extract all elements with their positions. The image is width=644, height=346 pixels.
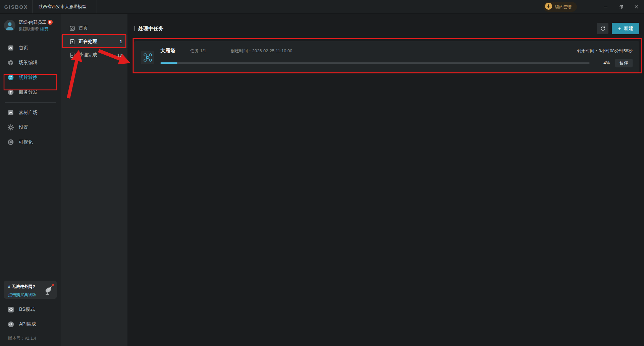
sidebar-item-label: 设置	[19, 124, 28, 130]
sidebar-item-slice-convert[interactable]: 切片转换	[0, 70, 61, 85]
scene-edit-icon	[7, 59, 14, 66]
task-created-time: 创建时间：2026-02-25 11:10:00	[230, 48, 292, 54]
sidebar-item-api-integration[interactable]: API集成	[0, 317, 61, 332]
lightning-icon	[545, 3, 552, 11]
minimize-icon	[603, 5, 608, 9]
sidebar-item-bs-mode[interactable]: BS模式	[0, 302, 61, 317]
refresh-icon	[600, 26, 606, 32]
new-task-label: 新建	[624, 25, 633, 32]
slice-convert-icon	[7, 74, 14, 81]
progress-percent: 4%	[598, 60, 610, 65]
version-label: 版本号：v2.1.4	[0, 332, 61, 343]
home-outline-icon	[69, 25, 75, 31]
sidebar-item-label: 切片转换	[19, 74, 38, 80]
sidebar-item-label: API集成	[19, 321, 36, 327]
subnav-item-home[interactable]: 首页	[61, 21, 127, 35]
task-progress-count: 任务 1/1	[190, 48, 206, 54]
sidebar-item-label: BS模式	[19, 306, 35, 312]
renew-fee-link[interactable]: 续费	[40, 26, 48, 31]
window-minimize-button[interactable]	[598, 0, 613, 14]
sidebar-item-label: 素材广场	[19, 110, 38, 116]
subnav-item-processing[interactable]: 正在处理 1	[61, 35, 127, 48]
renew-package-label: 续约套餐	[555, 4, 572, 10]
progress-fill	[160, 62, 177, 64]
page-title: 处理中任务	[134, 25, 163, 32]
task-name: 大雁塔	[160, 48, 175, 54]
pause-label: 暂停	[620, 60, 628, 66]
sidebar-item-scene-edit[interactable]: 场景编辑	[0, 55, 61, 70]
subnav-item-label: 首页	[78, 25, 88, 31]
api-icon	[7, 321, 14, 328]
settings-gear-icon	[7, 124, 14, 131]
main-content: 处理中任务 + 新建 大雁塔 任务 1/1 创建时间：2026-	[127, 14, 644, 346]
offline-banner[interactable]: # 无法连外网? 点击购买离线版	[4, 281, 57, 299]
subnav-item-label: 处理完成	[78, 52, 97, 58]
app-logo-text: GISBOX	[4, 4, 28, 10]
sidebar-item-label: 服务分发	[19, 89, 38, 95]
progress-bar	[160, 62, 590, 64]
satellite-dish-icon	[42, 283, 55, 297]
sidebar-item-material-market[interactable]: 素材广场	[0, 105, 61, 120]
visualization-icon	[7, 139, 14, 146]
drone-icon	[141, 51, 154, 64]
window-restore-button[interactable]	[613, 0, 629, 14]
plus-icon: +	[618, 26, 621, 32]
user-block[interactable]: 沉烟-内部员工 集团版套餐续费	[0, 14, 61, 35]
sidebar-item-visualization[interactable]: 可视化	[0, 135, 61, 150]
document-tab-label: 陕西省西安市大雁塔模型	[39, 4, 87, 10]
window-close-button[interactable]	[629, 0, 644, 14]
main-sidebar: 沉烟-内部员工 集团版套餐续费 首页 场景编辑	[0, 14, 61, 346]
sidebar-divider	[5, 102, 56, 103]
restore-icon	[619, 5, 623, 9]
app-logo: GISBOX	[0, 0, 33, 13]
close-icon	[634, 5, 639, 9]
subnav-item-label: 正在处理	[78, 39, 97, 45]
sidebar-item-label: 可视化	[19, 139, 33, 145]
subnav-item-count: 1	[120, 39, 122, 44]
task-card: 大雁塔 任务 1/1 创建时间：2026-02-25 11:10:00 剩余时间…	[134, 41, 639, 73]
user-plan: 集团版套餐	[19, 26, 39, 31]
task-remaining-time: 剩余时间：0小时08分钟58秒	[577, 48, 633, 54]
code-icon	[7, 306, 14, 313]
new-task-button[interactable]: + 新建	[612, 23, 639, 34]
material-market-icon	[7, 109, 14, 116]
sidebar-item-settings[interactable]: 设置	[0, 120, 61, 135]
pause-button[interactable]: 暂停	[615, 59, 633, 67]
renew-package-button[interactable]: 续约套餐	[543, 2, 577, 12]
title-bar-mark	[134, 26, 135, 31]
subnav-item-count: 18	[117, 53, 122, 58]
sidebar-item-label: 首页	[19, 45, 28, 51]
doc-processing-icon	[69, 39, 75, 45]
subnav-item-completed[interactable]: 处理完成 18	[61, 48, 127, 62]
home-icon	[7, 45, 14, 51]
sidebar-item-label: 场景编辑	[19, 60, 38, 66]
document-tab[interactable]: 陕西省西安市大雁塔模型	[33, 0, 97, 13]
flag-badge-icon	[48, 20, 53, 25]
service-distribute-icon	[7, 89, 14, 96]
sidebar-item-home[interactable]: 首页	[0, 41, 61, 55]
doc-done-icon	[69, 52, 75, 58]
title-bar: GISBOX 陕西省西安市大雁塔模型 续约套餐	[0, 0, 644, 14]
avatar	[4, 20, 15, 31]
task-subnav: 首页 正在处理 1 处理完成 18	[61, 14, 127, 346]
sidebar-item-service-distribute[interactable]: 服务分发	[0, 85, 61, 100]
user-name: 沉烟-内部员工	[19, 19, 46, 26]
refresh-button[interactable]	[597, 23, 608, 34]
